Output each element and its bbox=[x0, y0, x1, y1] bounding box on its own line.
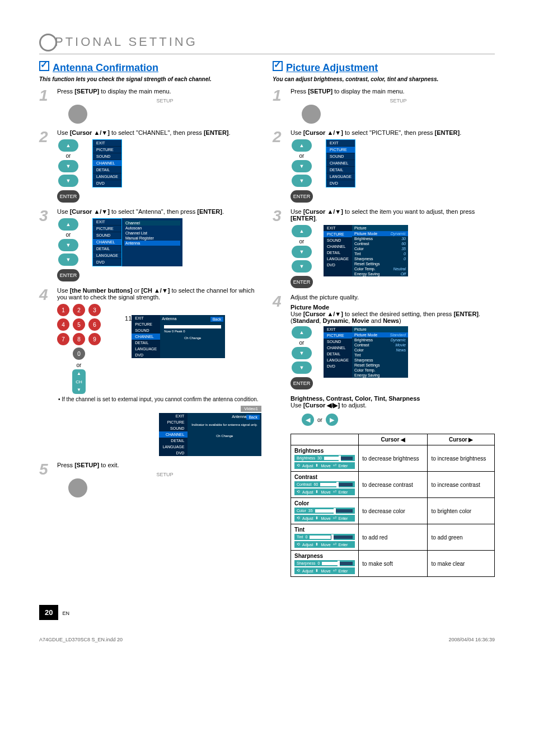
enter-button[interactable]: ENTER bbox=[291, 377, 313, 389]
row-tint[interactable]: Tint bbox=[352, 353, 408, 358]
setup-button[interactable] bbox=[68, 478, 87, 497]
enter-button[interactable]: ENTER bbox=[291, 190, 313, 203]
menu-dvd[interactable]: DVD bbox=[132, 352, 160, 358]
row-brightness[interactable]: Brightness30 bbox=[352, 236, 408, 241]
num-3[interactable]: 3 bbox=[88, 304, 101, 316]
cursor-down-button[interactable]: ▼ bbox=[292, 347, 312, 359]
num-0[interactable]: 0 bbox=[73, 348, 85, 360]
menu-detail[interactable]: DETAIL bbox=[324, 351, 352, 357]
num-4[interactable]: 4 bbox=[57, 318, 69, 331]
row-tint[interactable]: Tint0 bbox=[352, 251, 408, 256]
ch-button[interactable]: ▲CH▼ bbox=[72, 369, 86, 394]
cursor-down-icon[interactable]: ▼ bbox=[292, 175, 312, 187]
cursor-down-icon[interactable]: ▼ bbox=[292, 260, 312, 273]
menu-language[interactable]: LANGUAGE bbox=[326, 173, 355, 180]
menu-sound[interactable]: SOUND bbox=[132, 327, 160, 334]
row-color-temp[interactable]: Color Temp.Neutral bbox=[352, 266, 408, 271]
setup-button[interactable] bbox=[68, 105, 87, 124]
row-contrast[interactable]: Contrast60 bbox=[352, 241, 408, 246]
menu-language[interactable]: LANGUAGE bbox=[93, 173, 121, 180]
menu-picture[interactable]: PICTURE bbox=[326, 147, 355, 153]
enter-button[interactable]: ENTER bbox=[57, 190, 79, 203]
menu-language[interactable]: LANGUAGE bbox=[93, 252, 121, 259]
menu-picture[interactable]: PICTURE bbox=[159, 419, 188, 425]
submenu-channel-list[interactable]: Channel List bbox=[124, 231, 180, 236]
row-energy[interactable]: Energy SavingOff bbox=[352, 271, 408, 276]
cursor-left-button[interactable]: ◀ bbox=[302, 414, 314, 426]
menu-sound[interactable]: SOUND bbox=[324, 339, 352, 345]
num-9[interactable]: 9 bbox=[88, 333, 101, 345]
back-button[interactable]: Back bbox=[210, 317, 224, 322]
num-6[interactable]: 6 bbox=[88, 318, 101, 331]
submenu-manual-register[interactable]: Manual Register bbox=[124, 236, 180, 241]
menu-detail[interactable]: DETAIL bbox=[132, 340, 160, 346]
cursor-down-icon[interactable]: ▼ bbox=[292, 361, 312, 374]
menu-exit[interactable]: EXIT bbox=[93, 140, 121, 147]
setup-button[interactable] bbox=[302, 105, 321, 124]
menu-dvd[interactable]: DVD bbox=[159, 450, 188, 456]
num-7[interactable]: 7 bbox=[57, 333, 69, 345]
menu-detail[interactable]: DETAIL bbox=[326, 167, 355, 173]
cursor-up-button[interactable]: ▲ bbox=[292, 139, 312, 152]
num-8[interactable]: 8 bbox=[73, 333, 85, 345]
row-sharpness[interactable]: Sharpness bbox=[352, 358, 408, 363]
row-brightness[interactable]: BrightnessDynamic bbox=[352, 337, 408, 342]
cursor-down-button[interactable]: ▼ bbox=[292, 160, 312, 172]
submenu-antenna[interactable]: Antenna bbox=[124, 241, 180, 246]
cursor-down-icon[interactable]: ▼ bbox=[58, 175, 78, 187]
row-picture-mode[interactable]: Picture ModeStandard bbox=[352, 332, 408, 337]
menu-picture[interactable]: PICTURE bbox=[132, 321, 160, 327]
submenu-autoscan[interactable]: Autoscan bbox=[124, 226, 180, 231]
menu-channel[interactable]: CHANNEL bbox=[324, 345, 352, 351]
menu-sound[interactable]: SOUND bbox=[324, 237, 352, 243]
num-1[interactable]: 1 bbox=[57, 304, 69, 316]
menu-language[interactable]: LANGUAGE bbox=[324, 357, 352, 363]
menu-exit[interactable]: EXIT bbox=[324, 326, 352, 332]
enter-button[interactable]: ENTER bbox=[291, 276, 313, 288]
menu-channel[interactable]: CHANNEL bbox=[93, 160, 121, 167]
menu-sound[interactable]: SOUND bbox=[93, 232, 121, 239]
cursor-right-button[interactable]: ▶ bbox=[326, 414, 338, 426]
menu-detail[interactable]: DETAIL bbox=[93, 246, 121, 252]
cursor-up-button[interactable]: ▲ bbox=[58, 218, 78, 231]
menu-exit[interactable]: EXIT bbox=[324, 225, 352, 231]
menu-picture[interactable]: PICTURE bbox=[324, 332, 352, 339]
menu-exit[interactable]: EXIT bbox=[132, 315, 160, 321]
row-sharpness[interactable]: Sharpness0 bbox=[352, 256, 408, 261]
num-5[interactable]: 5 bbox=[73, 318, 85, 331]
cursor-up-button[interactable]: ▲ bbox=[292, 225, 312, 237]
menu-channel[interactable]: CHANNEL bbox=[324, 243, 352, 250]
menu-exit[interactable]: EXIT bbox=[93, 219, 121, 226]
menu-dvd[interactable]: DVD bbox=[326, 180, 355, 187]
row-color[interactable]: ColorNews bbox=[352, 348, 408, 353]
menu-picture[interactable]: PICTURE bbox=[93, 226, 121, 232]
row-contrast[interactable]: ContrastMovie bbox=[352, 342, 408, 348]
menu-dvd[interactable]: DVD bbox=[324, 262, 352, 268]
menu-channel[interactable]: CHANNEL bbox=[93, 239, 121, 246]
menu-exit[interactable]: EXIT bbox=[326, 140, 355, 147]
num-2[interactable]: 2 bbox=[73, 304, 85, 316]
cursor-down-button[interactable]: ▼ bbox=[58, 239, 78, 251]
menu-detail[interactable]: DETAIL bbox=[93, 167, 121, 173]
menu-picture[interactable]: PICTURE bbox=[93, 147, 121, 153]
row-picture-mode[interactable]: Picture ModeDynamic bbox=[352, 231, 408, 236]
menu-exit[interactable]: EXIT bbox=[159, 413, 188, 419]
menu-sound[interactable]: SOUND bbox=[159, 425, 188, 431]
menu-sound[interactable]: SOUND bbox=[93, 153, 121, 160]
cursor-down-button[interactable]: ▼ bbox=[58, 160, 78, 172]
menu-channel[interactable]: CHANNEL bbox=[326, 160, 355, 167]
menu-detail[interactable]: DETAIL bbox=[159, 438, 188, 444]
cursor-up-button[interactable]: ▲ bbox=[292, 326, 312, 339]
cursor-up-button[interactable]: ▲ bbox=[58, 139, 78, 152]
cursor-down-button[interactable]: ▼ bbox=[292, 246, 312, 258]
menu-channel[interactable]: CHANNEL bbox=[132, 334, 160, 340]
menu-dvd[interactable]: DVD bbox=[93, 259, 121, 266]
enter-button[interactable]: ENTER bbox=[57, 269, 79, 281]
back-button[interactable]: Back bbox=[246, 415, 260, 420]
menu-dvd[interactable]: DVD bbox=[93, 180, 121, 187]
row-reset[interactable]: Reset Settings bbox=[352, 261, 408, 266]
menu-picture[interactable]: PICTURE bbox=[324, 231, 352, 237]
menu-language[interactable]: LANGUAGE bbox=[132, 346, 160, 352]
row-color-temp[interactable]: Color Temp. bbox=[352, 368, 408, 373]
menu-detail[interactable]: DETAIL bbox=[324, 250, 352, 256]
